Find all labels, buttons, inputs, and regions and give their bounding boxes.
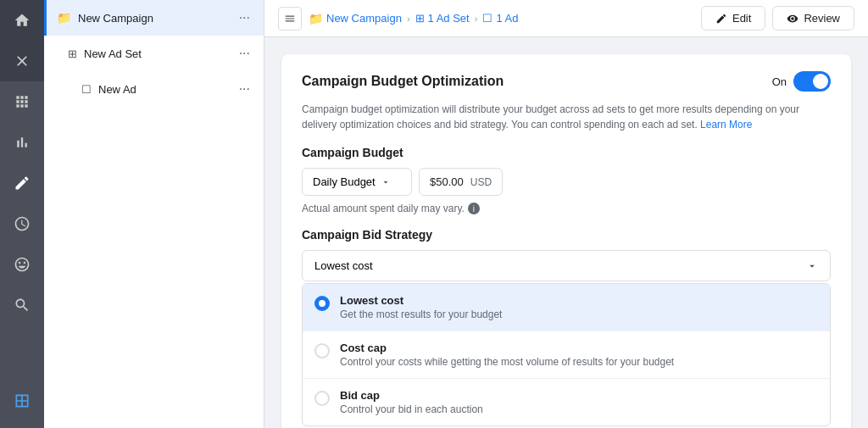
campaign-folder-icon: 📁 <box>57 11 71 25</box>
top-bar: 📁 New Campaign › ⊞ 1 Ad Set › ☐ 1 Ad Edi… <box>264 0 868 37</box>
description-text: Campaign budget optimization will distri… <box>302 102 831 132</box>
campaign-label: New Campaign <box>78 12 236 25</box>
radio-lowest-cost <box>314 296 330 311</box>
campaign-more-button[interactable]: ··· <box>236 8 253 27</box>
option-desc-bid-cap: Control your bid in each auction <box>340 403 818 415</box>
option-title-bid-cap: Bid cap <box>340 389 818 402</box>
breadcrumb-sep-2: › <box>475 14 478 24</box>
budget-note: Actual amount spent daily may vary. i <box>302 203 831 214</box>
toggle-label: On <box>772 75 787 88</box>
card-header: Campaign Budget Optimization On <box>302 71 831 92</box>
edit-button-label: Edit <box>732 12 751 25</box>
adset-more-button[interactable]: ··· <box>236 44 253 63</box>
option-desc-lowest-cost: Get the most results for your budget <box>340 308 818 320</box>
edit-nav-item[interactable] <box>0 163 44 203</box>
adset-grid-icon: ⊞ <box>68 47 77 60</box>
action-buttons: Edit Review <box>701 6 854 31</box>
bid-strategy-dropdown[interactable]: Lowest cost <box>302 250 831 281</box>
ad-square-icon: ☐ <box>81 83 92 96</box>
folder-icon: 📁 <box>309 12 323 25</box>
breadcrumb-adset[interactable]: ⊞ 1 Ad Set <box>415 12 470 25</box>
bid-option-lowest-cost[interactable]: Lowest cost Get the most results for you… <box>303 284 830 331</box>
ad-more-button[interactable]: ··· <box>236 80 253 98</box>
home-nav-item[interactable] <box>0 0 44 41</box>
bid-strategy-options: Lowest cost Get the most results for you… <box>302 283 831 426</box>
collapse-panel-button[interactable] <box>278 7 302 31</box>
breadcrumb-adset-label: 1 Ad Set <box>428 12 470 25</box>
icon-bar <box>0 0 44 428</box>
breadcrumb: 📁 New Campaign › ⊞ 1 Ad Set › ☐ 1 Ad <box>309 12 518 25</box>
apps-nav-item[interactable] <box>0 81 44 122</box>
campaign-budget-section-title: Campaign Budget <box>302 146 831 159</box>
budget-amount-value: $50.00 <box>430 175 464 188</box>
edit-button[interactable]: Edit <box>701 6 765 31</box>
budget-type-dropdown[interactable]: Daily Budget <box>302 168 412 196</box>
left-panel: 📁 New Campaign ··· ⊞ New Ad Set ··· ☐ Ne… <box>44 0 264 428</box>
adset-label: New Ad Set <box>84 47 236 60</box>
ad-label: New Ad <box>98 83 236 96</box>
budget-type-label: Daily Budget <box>313 175 376 188</box>
adset-breadcrumb-icon: ⊞ <box>415 12 425 25</box>
option-text-lowest-cost: Lowest cost Get the most results for you… <box>340 294 818 320</box>
close-panel-button[interactable] <box>0 41 44 81</box>
budget-currency: USD <box>470 176 492 188</box>
bid-strategy-selected-label: Lowest cost <box>314 259 373 272</box>
radio-bid-cap <box>314 391 330 406</box>
search-nav-item[interactable] <box>0 285 44 325</box>
bid-option-cost-cap[interactable]: Cost cap Control your costs while gettin… <box>303 331 830 379</box>
face-nav-item[interactable] <box>0 244 44 285</box>
budget-row: Daily Budget $50.00 USD <box>302 168 831 196</box>
breadcrumb-sep-1: › <box>407 14 410 24</box>
breadcrumb-ad[interactable]: ☐ 1 Ad <box>482 12 518 25</box>
option-desc-cost-cap: Control your costs while getting the mos… <box>340 356 818 368</box>
table-nav-item[interactable] <box>0 381 44 421</box>
option-text-bid-cap: Bid cap Control your bid in each auction <box>340 389 818 415</box>
budget-amount-input[interactable]: $50.00 USD <box>419 168 503 196</box>
campaign-tree-item[interactable]: 📁 New Campaign ··· <box>44 0 264 36</box>
card-title: Campaign Budget Optimization <box>302 74 504 89</box>
bid-strategy-section-title: Campaign Bid Strategy <box>302 228 831 242</box>
option-title-cost-cap: Cost cap <box>340 342 818 354</box>
review-button[interactable]: Review <box>772 6 854 31</box>
learn-more-link[interactable]: Learn More <box>700 119 752 131</box>
breadcrumb-ad-label: 1 Ad <box>496 12 518 25</box>
chart-nav-item[interactable] <box>0 122 44 163</box>
toggle-row: On <box>772 71 831 92</box>
breadcrumb-campaign[interactable]: 📁 New Campaign <box>309 12 402 25</box>
review-button-label: Review <box>804 12 840 25</box>
budget-info-icon[interactable]: i <box>468 203 480 214</box>
ad-tree-item[interactable]: ☐ New Ad ··· <box>44 71 264 107</box>
option-text-cost-cap: Cost cap Control your costs while gettin… <box>340 342 818 368</box>
cbo-toggle[interactable] <box>793 71 831 92</box>
content-area: Campaign Budget Optimization On Campaign… <box>264 37 868 428</box>
breadcrumb-campaign-label: New Campaign <box>326 12 402 25</box>
bid-option-bid-cap[interactable]: Bid cap Control your bid in each auction <box>303 379 830 425</box>
main-content: 📁 New Campaign › ⊞ 1 Ad Set › ☐ 1 Ad Edi… <box>264 0 868 428</box>
campaign-budget-card: Campaign Budget Optimization On Campaign… <box>281 54 851 428</box>
adset-tree-item[interactable]: ⊞ New Ad Set ··· <box>44 36 264 71</box>
ad-breadcrumb-icon: ☐ <box>482 12 492 25</box>
option-title-lowest-cost: Lowest cost <box>340 294 818 307</box>
radio-cost-cap <box>314 343 330 359</box>
clock-nav-item[interactable] <box>0 203 44 244</box>
